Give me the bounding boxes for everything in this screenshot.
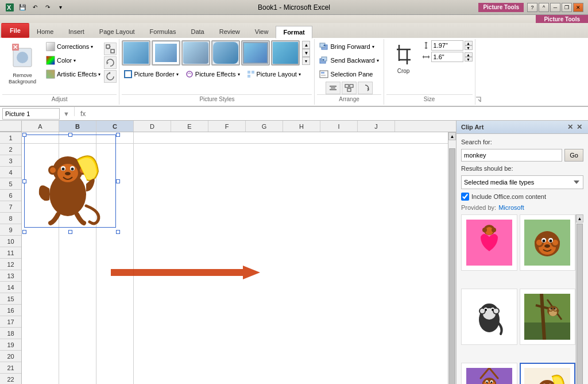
picture-border-btn[interactable]: Picture Border ▾ xyxy=(122,68,180,80)
corrections-dropdown-icon[interactable]: ▾ xyxy=(91,44,93,49)
picture-effects-dropdown[interactable]: ▾ xyxy=(238,72,240,77)
handle-bl[interactable] xyxy=(22,230,26,234)
artistic-effects-btn[interactable]: Artistic Effects ▾ xyxy=(44,68,103,80)
app-close-btn[interactable]: ✕ xyxy=(573,3,583,12)
tab-file[interactable]: File xyxy=(1,23,29,38)
rotate-btn[interactable] xyxy=(358,82,373,94)
row-18[interactable]: 18 xyxy=(0,328,21,339)
picture-layout-btn[interactable]: Picture Layout ▾ xyxy=(245,68,303,80)
clip-art-item-6[interactable] xyxy=(520,363,576,384)
align-btn[interactable] xyxy=(326,82,341,94)
app-minimize-btn[interactable]: ─ xyxy=(550,3,560,12)
provided-by-link[interactable]: Microsoft xyxy=(498,204,524,211)
clip-art-item-3[interactable] xyxy=(461,289,517,345)
height-input[interactable]: 1.97" xyxy=(431,40,463,51)
col-header-E[interactable]: E xyxy=(171,121,208,132)
width-input[interactable]: 1.6" xyxy=(431,52,463,62)
picture-effects-btn[interactable]: Picture Effects ▾ xyxy=(183,68,242,80)
excel-icon[interactable]: X xyxy=(5,2,15,13)
pic-style-6[interactable] xyxy=(271,40,300,66)
search-input[interactable]: monkey xyxy=(461,149,562,162)
row-5[interactable]: 5 xyxy=(0,178,21,190)
corrections-btn[interactable]: Corrections ▾ xyxy=(44,40,103,53)
tab-data[interactable]: Data xyxy=(183,25,211,38)
row-11[interactable]: 11 xyxy=(0,247,21,259)
arrow-shape[interactable] xyxy=(111,264,260,282)
minimize-ribbon-btn[interactable]: ^ xyxy=(539,3,549,12)
width-up-btn[interactable]: ▲ xyxy=(465,52,473,57)
height-down-btn[interactable]: ▼ xyxy=(465,45,473,50)
image-container[interactable] xyxy=(24,135,122,232)
gallery-scroll-up[interactable]: ▲ xyxy=(302,41,310,49)
name-box[interactable]: Picture 1 xyxy=(2,108,60,120)
clip-art-item-4[interactable] xyxy=(520,289,576,345)
handle-ml[interactable] xyxy=(22,179,26,183)
go-btn[interactable]: Go xyxy=(564,149,583,162)
color-btn[interactable]: Color ▾ xyxy=(44,54,103,67)
gallery-scroll-down[interactable]: ▼ xyxy=(302,49,310,57)
vertical-scrollbar[interactable]: ▲ ▼ xyxy=(448,132,456,384)
row-13[interactable]: 13 xyxy=(0,270,21,282)
app-restore-btn[interactable]: ❐ xyxy=(562,3,572,12)
col-header-J[interactable]: J xyxy=(358,121,395,132)
col-header-A[interactable]: A xyxy=(22,121,59,132)
row-1[interactable]: 1 xyxy=(0,132,21,144)
picture-border-dropdown[interactable]: ▾ xyxy=(176,72,179,77)
select-all-btn[interactable] xyxy=(0,121,22,132)
row-8[interactable]: 8 xyxy=(0,213,21,224)
pic-style-2[interactable] xyxy=(152,40,180,66)
clip-art-item-2[interactable] xyxy=(520,214,576,271)
artistic-dropdown-icon[interactable]: ▾ xyxy=(98,72,100,77)
vscroll-thumb[interactable] xyxy=(449,148,455,384)
handle-mr[interactable] xyxy=(116,179,120,183)
redo-quick-btn[interactable]: ↷ xyxy=(42,2,53,13)
row-6[interactable]: 6 xyxy=(0,190,21,201)
col-header-D[interactable]: D xyxy=(134,121,171,132)
group-btn[interactable] xyxy=(342,82,357,94)
tab-insert[interactable]: Insert xyxy=(61,25,92,38)
send-backward-btn[interactable]: Send Backward ▾ xyxy=(317,54,381,67)
row-21[interactable]: 21 xyxy=(0,362,21,374)
row-7[interactable]: 7 xyxy=(0,201,21,213)
col-header-I[interactable]: I xyxy=(320,121,358,132)
row-22[interactable]: 22 xyxy=(0,374,21,384)
col-header-B[interactable]: B xyxy=(59,121,96,132)
crop-btn[interactable]: Crop xyxy=(386,40,421,76)
pic-style-4[interactable] xyxy=(211,40,240,66)
tab-format[interactable]: Format xyxy=(276,26,312,39)
handle-tm[interactable] xyxy=(68,133,72,137)
row-2[interactable]: 2 xyxy=(0,144,21,155)
row-15[interactable]: 15 xyxy=(0,293,21,305)
col-header-H[interactable]: H xyxy=(283,121,320,132)
send-backward-dropdown[interactable]: ▾ xyxy=(377,58,379,63)
tab-review[interactable]: Review xyxy=(212,25,247,38)
reset-picture-btn[interactable] xyxy=(104,70,117,83)
col-header-G[interactable]: G xyxy=(246,121,283,132)
clip-scroll-thumb[interactable] xyxy=(577,224,583,384)
row-16[interactable]: 16 xyxy=(0,305,21,316)
color-dropdown-icon[interactable]: ▾ xyxy=(74,58,76,63)
col-header-F[interactable]: F xyxy=(208,121,246,132)
row-19[interactable]: 19 xyxy=(0,339,21,351)
clip-art-item-5[interactable] xyxy=(461,363,517,384)
save-quick-btn[interactable]: 💾 xyxy=(17,2,28,13)
tab-home[interactable]: Home xyxy=(29,25,61,38)
handle-bm[interactable] xyxy=(68,230,72,234)
formula-input[interactable] xyxy=(90,108,586,120)
remove-background-btn[interactable]: ✕ RemoveBackground xyxy=(2,40,42,87)
compress-pictures-btn[interactable] xyxy=(104,43,117,55)
size-dialog-launcher[interactable] xyxy=(475,39,483,105)
handle-tl[interactable] xyxy=(22,133,26,137)
change-picture-btn[interactable] xyxy=(104,56,117,69)
include-office-checkbox[interactable] xyxy=(461,193,469,201)
clip-art-scrollbar[interactable]: ▲ ▼ xyxy=(575,214,583,384)
row-10[interactable]: 10 xyxy=(0,236,21,247)
panel-pin-btn[interactable]: ✕ xyxy=(566,123,574,131)
formula-fx-icon[interactable]: fx xyxy=(78,110,88,118)
bring-forward-btn[interactable]: Bring Forward ▾ xyxy=(317,40,380,53)
tab-page-layout[interactable]: Page Layout xyxy=(92,25,142,38)
row-4[interactable]: 4 xyxy=(0,167,21,178)
gallery-more[interactable]: ▾ xyxy=(302,57,310,65)
row-9[interactable]: 9 xyxy=(0,224,21,236)
undo-quick-btn[interactable]: ↶ xyxy=(30,2,40,13)
